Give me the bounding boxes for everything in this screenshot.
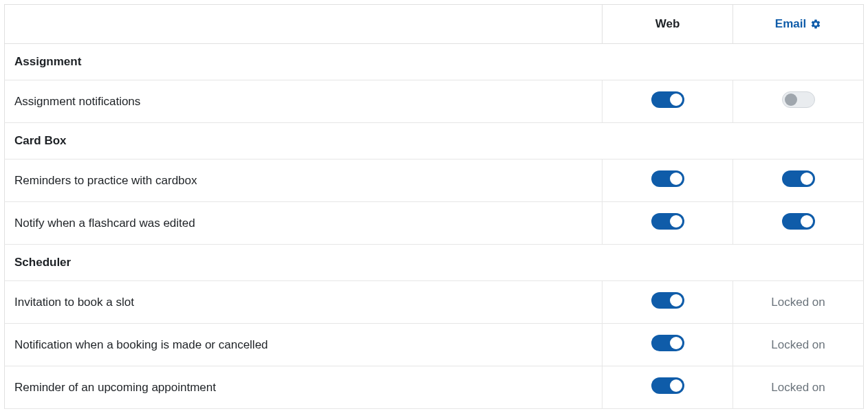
- web-cell: [603, 80, 733, 123]
- table-row: Notify when a flashcard was edited: [5, 202, 864, 245]
- row-label: Assignment notifications: [5, 80, 603, 123]
- table-row: Reminders to practice with cardbox: [5, 159, 864, 202]
- column-header-email[interactable]: Email: [733, 5, 864, 44]
- group-title: Scheduler: [5, 245, 864, 281]
- email-toggle[interactable]: [782, 91, 815, 108]
- row-label: Reminders to practice with cardbox: [5, 159, 603, 202]
- web-cell: [603, 281, 733, 324]
- web-toggle[interactable]: [651, 335, 684, 351]
- email-cell: [733, 202, 864, 245]
- email-cell: Locked on: [733, 366, 864, 409]
- web-cell: [603, 366, 733, 409]
- table-row: Notification when a booking is made or c…: [5, 324, 864, 366]
- web-toggle[interactable]: [651, 213, 684, 230]
- email-cell: [733, 80, 864, 123]
- table-row: Reminder of an upcoming appointmentLocke…: [5, 366, 864, 409]
- locked-label: Locked on: [771, 338, 825, 351]
- row-label: Invitation to book a slot: [5, 281, 603, 324]
- table-row: Invitation to book a slotLocked on: [5, 281, 864, 324]
- web-toggle[interactable]: [651, 292, 684, 309]
- web-cell: [603, 324, 733, 366]
- column-header-email-label: Email: [775, 17, 806, 31]
- column-header-name: [5, 5, 603, 44]
- group-header-row: Scheduler: [5, 245, 864, 281]
- locked-label: Locked on: [771, 296, 825, 309]
- web-cell: [603, 202, 733, 245]
- email-cell: Locked on: [733, 324, 864, 366]
- web-cell: [603, 159, 733, 202]
- table-row: Assignment notifications: [5, 80, 864, 123]
- column-header-web: Web: [603, 5, 733, 44]
- gear-icon[interactable]: [810, 19, 821, 30]
- web-toggle[interactable]: [651, 377, 684, 394]
- locked-label: Locked on: [771, 381, 825, 394]
- group-title: Card Box: [5, 123, 864, 159]
- email-toggle[interactable]: [782, 170, 815, 187]
- email-cell: [733, 159, 864, 202]
- group-header-row: Card Box: [5, 123, 864, 159]
- row-label: Reminder of an upcoming appointment: [5, 366, 603, 409]
- group-header-row: Assignment: [5, 44, 864, 80]
- email-toggle[interactable]: [782, 213, 815, 230]
- group-title: Assignment: [5, 44, 864, 80]
- row-label: Notify when a flashcard was edited: [5, 202, 603, 245]
- email-cell: Locked on: [733, 281, 864, 324]
- row-label: Notification when a booking is made or c…: [5, 324, 603, 366]
- notification-preferences-table: Web Email AssignmentAssignment notificat…: [4, 4, 864, 409]
- web-toggle[interactable]: [651, 170, 684, 187]
- table-header-row: Web Email: [5, 5, 864, 44]
- web-toggle[interactable]: [651, 91, 684, 108]
